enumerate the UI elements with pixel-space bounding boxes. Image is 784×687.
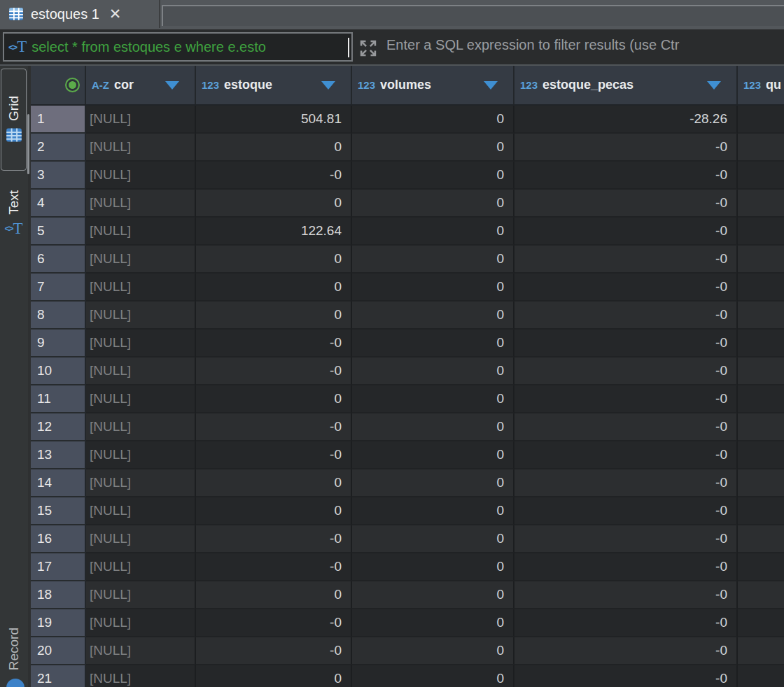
cell-volumes[interactable]: 0 <box>352 497 514 525</box>
cell-estoque[interactable]: 504.81 <box>196 106 352 134</box>
column-header-estoque[interactable]: 123 estoque <box>196 66 352 104</box>
cell-estoque-pecas[interactable]: -0 <box>514 581 738 609</box>
column-header-cor[interactable]: A-Z cor <box>86 66 196 104</box>
cell-cor[interactable]: [NULL] <box>86 218 196 246</box>
cell-estoque-pecas[interactable]: -0 <box>514 413 738 441</box>
cell-volumes[interactable]: 0 <box>352 665 514 687</box>
row-number[interactable]: 20 <box>31 637 86 665</box>
cell-estoque-pecas[interactable]: -0 <box>514 385 738 413</box>
cell-qu[interactable] <box>738 469 784 497</box>
cell-estoque-pecas[interactable]: -0 <box>514 190 738 218</box>
cell-estoque[interactable]: -0 <box>196 357 352 385</box>
cell-volumes[interactable]: 0 <box>352 106 514 134</box>
cell-estoque[interactable]: 0 <box>196 497 352 525</box>
cell-volumes[interactable]: 0 <box>352 274 514 302</box>
cell-estoque[interactable]: 0 <box>196 302 352 330</box>
cell-estoque-pecas[interactable]: -0 <box>514 553 738 581</box>
select-all-corner-cell[interactable] <box>31 66 86 104</box>
cell-estoque[interactable]: -0 <box>196 609 352 637</box>
row-number[interactable]: 21 <box>31 665 86 687</box>
row-number[interactable]: 2 <box>31 134 86 162</box>
cell-estoque[interactable]: -0 <box>196 525 352 553</box>
cell-cor[interactable]: [NULL] <box>86 162 196 190</box>
cell-cor[interactable]: [NULL] <box>86 385 196 413</box>
row-number[interactable]: 3 <box>31 162 86 190</box>
cell-qu[interactable] <box>738 609 784 637</box>
cell-qu[interactable] <box>738 134 784 162</box>
cell-cor[interactable]: [NULL] <box>86 525 196 553</box>
column-header-volumes[interactable]: 123 volumes <box>352 66 514 104</box>
cell-volumes[interactable]: 0 <box>352 525 514 553</box>
close-icon[interactable]: ✕ <box>109 6 122 22</box>
cell-qu[interactable] <box>738 302 784 330</box>
cell-estoque-pecas[interactable]: -0 <box>514 162 738 190</box>
row-number[interactable]: 5 <box>31 218 86 246</box>
row-number[interactable]: 1 <box>31 106 86 134</box>
sort-dropdown-icon[interactable] <box>484 81 498 90</box>
cell-qu[interactable] <box>738 525 784 553</box>
row-number[interactable]: 14 <box>31 469 86 497</box>
cell-volumes[interactable]: 0 <box>352 413 514 441</box>
cell-volumes[interactable]: 0 <box>352 218 514 246</box>
cell-estoque[interactable]: 0 <box>196 274 352 302</box>
cell-volumes[interactable]: 0 <box>352 637 514 665</box>
cell-estoque[interactable]: -0 <box>196 553 352 581</box>
cell-cor[interactable]: [NULL] <box>86 581 196 609</box>
column-header-estoque-pecas[interactable]: 123 estoque_pecas <box>514 66 738 104</box>
row-number[interactable]: 6 <box>31 246 86 274</box>
cell-estoque-pecas[interactable]: -0 <box>514 497 738 525</box>
cell-estoque[interactable]: 0 <box>196 469 352 497</box>
cell-estoque[interactable]: 0 <box>196 581 352 609</box>
row-number[interactable]: 17 <box>31 553 86 581</box>
row-number[interactable]: 7 <box>31 274 86 302</box>
cell-volumes[interactable]: 0 <box>352 134 514 162</box>
cell-estoque-pecas[interactable]: -0 <box>514 525 738 553</box>
cell-estoque[interactable]: 0 <box>196 190 352 218</box>
cell-qu[interactable] <box>738 665 784 687</box>
cell-qu[interactable] <box>738 162 784 190</box>
cell-estoque-pecas[interactable]: -0 <box>514 330 738 357</box>
row-number[interactable]: 18 <box>31 581 86 609</box>
filter-placeholder-input[interactable]: Enter a SQL expression to filter results… <box>386 37 679 53</box>
row-number[interactable]: 11 <box>31 385 86 413</box>
row-number[interactable]: 15 <box>31 497 86 525</box>
row-number[interactable]: 9 <box>31 330 86 357</box>
cell-estoque-pecas[interactable]: -0 <box>514 302 738 330</box>
cell-volumes[interactable]: 0 <box>352 469 514 497</box>
cell-estoque[interactable]: -0 <box>196 413 352 441</box>
cell-volumes[interactable]: 0 <box>352 553 514 581</box>
row-number[interactable]: 10 <box>31 357 86 385</box>
cell-volumes[interactable]: 0 <box>352 302 514 330</box>
cell-estoque[interactable]: 0 <box>196 385 352 413</box>
cell-qu[interactable] <box>738 497 784 525</box>
cell-qu[interactable] <box>738 246 784 274</box>
sidebar-tab-record[interactable]: Record <box>1 589 27 687</box>
cell-estoque-pecas[interactable]: -0 <box>514 665 738 687</box>
sidebar-tab-grid[interactable]: Grid <box>1 69 27 171</box>
sort-dropdown-icon[interactable] <box>165 81 179 90</box>
cell-volumes[interactable]: 0 <box>352 581 514 609</box>
cell-estoque[interactable]: 122.64 <box>196 218 352 246</box>
cell-qu[interactable] <box>738 385 784 413</box>
cell-estoque[interactable]: 0 <box>196 134 352 162</box>
cell-qu[interactable] <box>738 357 784 385</box>
cell-estoque-pecas[interactable]: -0 <box>514 134 738 162</box>
sql-filter-input[interactable]: <>T select * from estoques e where e.est… <box>3 32 353 62</box>
cell-cor[interactable]: [NULL] <box>86 441 196 469</box>
row-number[interactable]: 8 <box>31 302 86 330</box>
cell-qu[interactable] <box>738 581 784 609</box>
cell-qu[interactable] <box>738 553 784 581</box>
cell-cor[interactable]: [NULL] <box>86 246 196 274</box>
cell-cor[interactable]: [NULL] <box>86 413 196 441</box>
cell-estoque[interactable]: -0 <box>196 162 352 190</box>
cell-estoque-pecas[interactable]: -0 <box>514 637 738 665</box>
cell-qu[interactable] <box>738 413 784 441</box>
cell-estoque-pecas[interactable]: -0 <box>514 246 738 274</box>
cell-estoque-pecas[interactable]: -28.26 <box>514 106 738 134</box>
sidebar-tab-text[interactable]: Text <>T <box>1 173 27 255</box>
cell-volumes[interactable]: 0 <box>352 385 514 413</box>
cell-cor[interactable]: [NULL] <box>86 469 196 497</box>
cell-estoque[interactable]: -0 <box>196 441 352 469</box>
cell-qu[interactable] <box>738 274 784 302</box>
cell-qu[interactable] <box>738 190 784 218</box>
